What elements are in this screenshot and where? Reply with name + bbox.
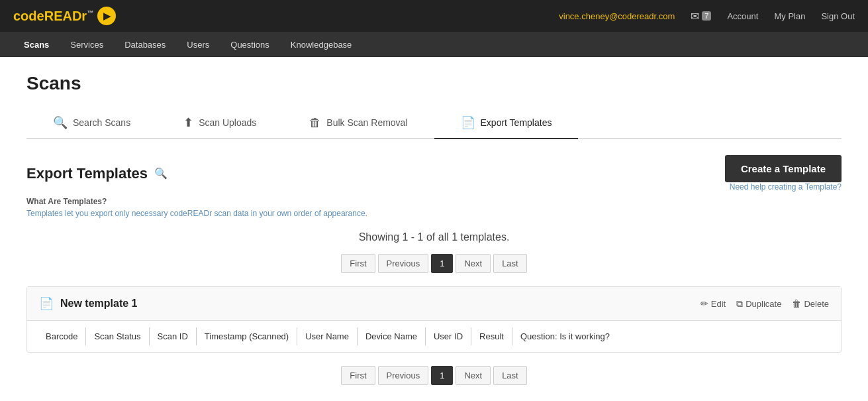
account-link[interactable]: Account (727, 11, 758, 21)
pagination-top: First Previous 1 Next Last (26, 254, 842, 273)
logo-readr: READr (44, 9, 87, 23)
delete-template-button[interactable]: 🗑 Delete (792, 298, 829, 309)
logo: codeREADr™ ▶ (13, 7, 116, 25)
tab-bulk-scan-removal[interactable]: 🗑 Bulk Scan Removal (283, 107, 434, 139)
logo-text: codeREADr™ (13, 9, 93, 24)
myplan-link[interactable]: My Plan (774, 11, 805, 21)
delete-icon: 🗑 (792, 298, 801, 309)
page-title: Scans (26, 73, 842, 94)
tab-scan-uploads[interactable]: ⬆ Scan Uploads (157, 107, 283, 139)
col-device-name: Device Name (358, 327, 426, 345)
subnav-item-services[interactable]: Services (60, 32, 114, 57)
col-timestamp: Timestamp (Scanned) (197, 327, 297, 345)
col-user-name: User Name (297, 327, 358, 345)
help-link-anchor[interactable]: Need help creating a Template? (730, 182, 842, 192)
signout-link[interactable]: Sign Out (821, 11, 855, 21)
topbar-messages[interactable]: ✉ 7 (691, 10, 711, 23)
scan-uploads-icon: ⬆ (183, 115, 193, 130)
pagination-bottom-previous[interactable]: Previous (378, 366, 429, 385)
delete-label: Delete (804, 299, 829, 309)
create-template-button[interactable]: Create a Template (725, 155, 842, 182)
duplicate-template-button[interactable]: ⧉ Duplicate (736, 298, 781, 310)
edit-icon: ✏ (700, 298, 708, 309)
col-result: Result (471, 327, 512, 345)
message-badge: 7 (702, 11, 711, 21)
export-templates-icon: 📄 (461, 115, 475, 130)
tab-bulk-removal-label: Bulk Scan Removal (326, 117, 407, 128)
logo-code: code (13, 9, 44, 23)
pagination-bottom-page1[interactable]: 1 (431, 366, 453, 385)
pagination-top-last[interactable]: Last (493, 254, 527, 273)
template-doc-icon: 📄 (39, 296, 54, 311)
bulk-removal-icon: 🗑 (309, 116, 321, 130)
template-columns: Barcode Scan Status Scan ID Timestamp (S… (27, 321, 841, 352)
showing-text: Showing 1 - 1 of all 1 templates. (26, 231, 842, 243)
tab-scan-uploads-label: Scan Uploads (199, 117, 256, 128)
search-scans-icon: 🔍 (53, 115, 68, 130)
section-title-area: Export Templates 🔍 (26, 165, 168, 182)
section-header-right: Create a Template Need help creating a T… (725, 155, 842, 192)
section-title: Export Templates 🔍 (26, 165, 168, 182)
pagination-bottom: First Previous 1 Next Last (26, 366, 842, 385)
col-user-id: User ID (426, 327, 471, 345)
pagination-bottom-next[interactable]: Next (456, 366, 491, 385)
template-name-text: New template 1 (60, 298, 137, 310)
help-section: What Are Templates? Templates let you ex… (26, 197, 842, 218)
duplicate-label: Duplicate (746, 299, 781, 309)
logo-tm: ™ (87, 9, 93, 17)
section-title-text: Export Templates (26, 165, 148, 182)
action-tabs: 🔍 Search Scans ⬆ Scan Uploads 🗑 Bulk Sca… (26, 107, 842, 139)
section-header: Export Templates 🔍 Create a Template Nee… (26, 155, 842, 192)
subnav-item-databases[interactable]: Databases (114, 32, 176, 57)
pagination-top-previous[interactable]: Previous (378, 254, 429, 273)
col-scan-id: Scan ID (150, 327, 197, 345)
tab-export-templates-label: Export Templates (481, 117, 552, 128)
help-desc: Templates let you export only necessary … (26, 209, 842, 218)
template-card: 📄 New template 1 ✏ Edit ⧉ Duplicate 🗑 De… (26, 286, 842, 353)
help-title: What Are Templates? (26, 197, 842, 206)
pagination-bottom-last[interactable]: Last (493, 366, 527, 385)
pagination-top-first[interactable]: First (341, 254, 375, 273)
pagination-bottom-first[interactable]: First (341, 366, 375, 385)
topbar-email: vince.cheney@codereadr.com (559, 11, 675, 21)
duplicate-icon: ⧉ (736, 298, 743, 310)
tab-export-templates[interactable]: 📄 Export Templates (434, 107, 579, 139)
subnav-item-scans[interactable]: Scans (13, 32, 60, 57)
main-content: Scans 🔍 Search Scans ⬆ Scan Uploads 🗑 Bu… (0, 57, 868, 401)
template-name: 📄 New template 1 (39, 296, 137, 311)
pagination-top-next[interactable]: Next (456, 254, 491, 273)
col-question: Question: Is it working? (512, 327, 618, 345)
edit-label: Edit (711, 299, 726, 309)
col-barcode: Barcode (38, 327, 86, 345)
subnav: Scans Services Databases Users Questions… (0, 32, 868, 57)
col-scan-status: Scan Status (86, 327, 149, 345)
topbar-right: vince.cheney@codereadr.com ✉ 7 Account M… (559, 10, 855, 23)
section-search-icon[interactable]: 🔍 (154, 167, 168, 180)
tab-search-scans-label: Search Scans (73, 117, 130, 128)
message-icon: ✉ (691, 10, 699, 23)
help-link: Need help creating a Template? (725, 182, 842, 192)
subnav-item-users[interactable]: Users (176, 32, 220, 57)
template-card-header: 📄 New template 1 ✏ Edit ⧉ Duplicate 🗑 De… (27, 287, 841, 321)
template-actions: ✏ Edit ⧉ Duplicate 🗑 Delete (700, 298, 829, 310)
pagination-top-page1[interactable]: 1 (431, 254, 453, 273)
edit-template-button[interactable]: ✏ Edit (700, 298, 726, 309)
subnav-item-knowledgebase[interactable]: Knowledgebase (280, 32, 363, 57)
subnav-item-questions[interactable]: Questions (220, 32, 280, 57)
topbar: codeREADr™ ▶ vince.cheney@codereadr.com … (0, 0, 868, 32)
logo-icon: ▶ (97, 7, 116, 25)
tab-search-scans[interactable]: 🔍 Search Scans (26, 107, 157, 139)
